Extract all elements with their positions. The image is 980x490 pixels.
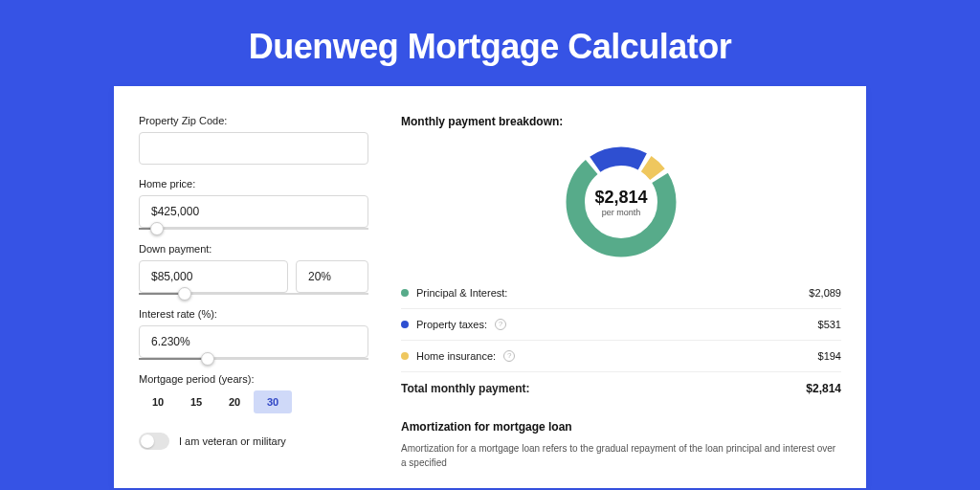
- veteran-toggle[interactable]: [139, 433, 169, 450]
- legend-label: Home insurance:: [416, 350, 496, 362]
- period-label: Mortgage period (years):: [139, 373, 382, 385]
- legend: Principal & Interest:$2,089Property taxe…: [401, 278, 841, 372]
- down-payment-group: Down payment:: [139, 243, 382, 295]
- interest-rate-slider[interactable]: [139, 358, 368, 360]
- zip-input[interactable]: [139, 132, 368, 165]
- down-payment-slider[interactable]: [139, 293, 368, 295]
- breakdown-column: Monthly payment breakdown: $2,814 per mo…: [382, 115, 866, 488]
- legend-row: Home insurance:?$194: [401, 341, 841, 372]
- interest-rate-input[interactable]: [139, 325, 368, 358]
- breakdown-title: Monthly payment breakdown:: [401, 115, 841, 128]
- donut-sub: per month: [594, 208, 647, 217]
- donut-amount: $2,814: [594, 188, 647, 208]
- amortization-text: Amortization for a mortgage loan refers …: [401, 441, 841, 470]
- legend-row: Principal & Interest:$2,089: [401, 278, 841, 309]
- total-label: Total monthly payment:: [401, 382, 529, 395]
- period-btn-15[interactable]: 15: [177, 390, 215, 413]
- down-payment-label: Down payment:: [139, 243, 382, 255]
- period-group: Mortgage period (years): 10152030: [139, 373, 382, 413]
- legend-row: Property taxes:?$531: [401, 309, 841, 341]
- home-price-group: Home price:: [139, 178, 382, 230]
- slider-thumb[interactable]: [150, 222, 164, 235]
- legend-value: $194: [818, 350, 841, 362]
- help-icon[interactable]: ?: [503, 350, 515, 362]
- legend-dot: [401, 321, 409, 328]
- calculator-card: Property Zip Code: Home price: Down paym…: [114, 86, 866, 488]
- legend-dot: [401, 352, 409, 360]
- down-payment-pct-input[interactable]: [296, 260, 368, 293]
- donut-chart: $2,814 per month: [561, 142, 681, 262]
- zip-label: Property Zip Code:: [139, 115, 382, 126]
- home-price-slider[interactable]: [139, 228, 368, 230]
- help-icon[interactable]: ?: [495, 319, 506, 330]
- total-row: Total monthly payment: $2,814: [401, 372, 841, 411]
- legend-label: Property taxes:: [416, 319, 487, 330]
- total-value: $2,814: [806, 382, 841, 395]
- period-options: 10152030: [139, 390, 382, 413]
- interest-rate-label: Interest rate (%):: [139, 308, 382, 320]
- legend-value: $2,089: [809, 287, 841, 299]
- legend-label: Principal & Interest:: [416, 287, 507, 299]
- period-btn-30[interactable]: 30: [254, 390, 292, 413]
- zip-group: Property Zip Code:: [139, 115, 382, 165]
- legend-value: $531: [818, 319, 841, 330]
- slider-thumb[interactable]: [201, 352, 214, 366]
- home-price-label: Home price:: [139, 178, 382, 189]
- slider-thumb[interactable]: [178, 287, 191, 301]
- veteran-label: I am veteran or military: [179, 435, 286, 447]
- home-price-input[interactable]: [139, 195, 368, 228]
- form-column: Property Zip Code: Home price: Down paym…: [114, 115, 382, 488]
- amortization-title: Amortization for mortgage loan: [401, 420, 841, 434]
- slider-fill: [139, 358, 208, 360]
- donut-chart-wrap: $2,814 per month: [401, 138, 841, 278]
- interest-rate-group: Interest rate (%):: [139, 308, 382, 360]
- down-payment-input[interactable]: [139, 260, 288, 293]
- period-btn-20[interactable]: 20: [215, 390, 254, 413]
- page-title: Duenweg Mortgage Calculator: [0, 0, 980, 86]
- period-btn-10[interactable]: 10: [139, 390, 177, 413]
- donut-center: $2,814 per month: [594, 188, 647, 217]
- veteran-row: I am veteran or military: [139, 433, 382, 450]
- legend-dot: [401, 289, 409, 297]
